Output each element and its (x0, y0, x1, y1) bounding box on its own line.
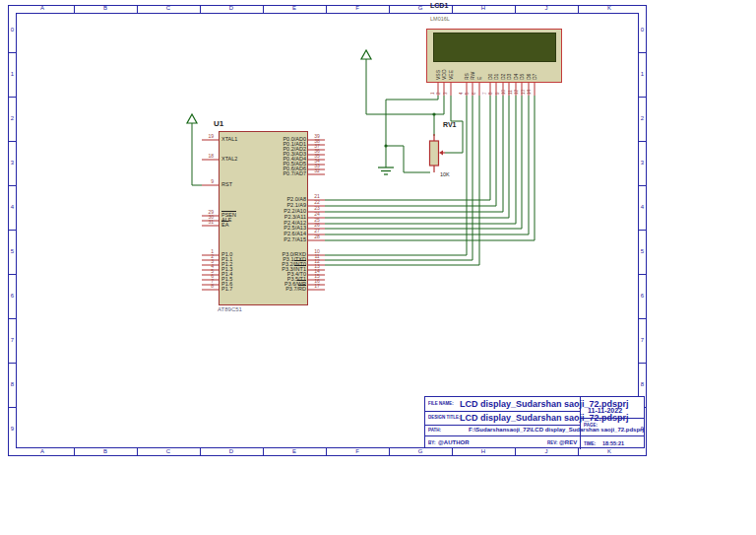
mcu-pin-name: RST (221, 181, 232, 188)
border-row-label-right: 5 (638, 248, 647, 254)
border-row-label-right: 4 (638, 204, 647, 210)
mcu-value[interactable]: AT89C51 (218, 306, 242, 312)
wire[interactable] (325, 96, 503, 212)
lcd-screen (433, 33, 556, 62)
lcd-pin-number: 11 (508, 84, 513, 95)
border-column-label-bottom: H (477, 448, 489, 454)
border-column-label-bottom: D (225, 448, 237, 454)
mcu-ref[interactable]: U1 (214, 119, 223, 128)
wire[interactable] (325, 96, 490, 200)
lcd-pin-label: D5 (519, 59, 525, 80)
border-row-label-left: 0 (8, 27, 17, 33)
lcd-value[interactable]: LM016L (430, 16, 450, 22)
border-row-label-right: 7 (638, 337, 647, 343)
lcd-pin-label: D1 (493, 59, 499, 80)
wire-junction-dot (384, 144, 387, 147)
lcd-pin-label: RW (470, 59, 475, 80)
lcd-pin-label: D7 (532, 59, 537, 80)
lcd-pin-number: 4 (459, 84, 464, 95)
power-terminal-icon[interactable] (361, 50, 371, 59)
wire-junction-dot (432, 112, 435, 115)
file-name-label: FILE NAME: (428, 401, 454, 406)
border-row-label-right: 3 (638, 160, 647, 166)
time-label: TIME: (584, 441, 596, 446)
border-row-label-left: 4 (8, 204, 17, 210)
lcd-pin-number: 12 (514, 84, 519, 95)
border-row-label-right: 1 (638, 71, 647, 77)
lcd-pin-number: 14 (527, 84, 532, 95)
mcu-pin-number: 9 (193, 178, 214, 185)
mcu-pin-number: 17 (308, 283, 326, 290)
mcu-pin-name: XTAL1 (221, 136, 237, 143)
lcd-pin-label: VDD (441, 59, 447, 80)
mcu-pin-number: 31 (193, 219, 214, 226)
border-column-label-bottom: A (36, 448, 48, 454)
lcd-pin-number: 1 (430, 84, 435, 95)
lcd-pin-label: D3 (506, 59, 512, 80)
path-label: PATH: (428, 428, 441, 433)
border-column-label-top: H (477, 5, 489, 11)
border-column-label-bottom: F (351, 448, 363, 454)
wire[interactable] (386, 146, 430, 172)
lcd-pin-number: 5 (465, 84, 470, 95)
border-column-label-bottom: K (603, 448, 615, 454)
lcd-pin-number: 7 (482, 84, 487, 95)
border-row-label-right: 9 (638, 426, 647, 432)
lcd-pin-label: E (476, 59, 482, 80)
border-column-label-top: D (225, 5, 237, 11)
mcu-pin-number: 32 (308, 167, 326, 174)
border-column-label-top: C (162, 5, 174, 11)
pot-ref[interactable]: RV1 (443, 121, 457, 128)
by-value: @AUTHOR (438, 439, 470, 445)
border-column-label-top: F (351, 5, 363, 11)
mcu-pin-name: XTAL2 (221, 156, 237, 163)
border-column-label-bottom: C (162, 448, 174, 454)
border-column-label-bottom: E (288, 448, 300, 454)
wire[interactable] (325, 96, 529, 234)
lcd-pin-number: 13 (521, 84, 526, 95)
border-row-label-left: 6 (8, 293, 17, 299)
lcd-pin-number: 3 (443, 84, 448, 95)
border-row-label-left: 2 (8, 115, 17, 121)
mcu-pin-number: 28 (308, 234, 326, 240)
wire[interactable] (325, 96, 496, 206)
lcd-pin-number: 2 (436, 84, 441, 95)
potentiometer[interactable] (430, 134, 446, 172)
rev-value: @REV (559, 439, 577, 445)
file-name-value: LCD display_Sudarshan saoji_72.pdsprj (460, 399, 629, 409)
design-title-value: LCD display_Sudarshan saoji_72.pdsprj (460, 413, 629, 423)
title-block: FILE NAME: LCD display_Sudarshan saoji_7… (424, 396, 645, 448)
border-column-label-bottom: B (99, 448, 111, 454)
border-column-label-top: E (288, 5, 300, 11)
mcu-pin-name: EA (221, 222, 228, 229)
border-row-label-right: 6 (638, 293, 647, 299)
border-row-label-left: 7 (8, 337, 17, 343)
rev-label: REV: (547, 440, 558, 445)
mcu-pin-number: 18 (193, 153, 214, 160)
lcd-pin-number: 10 (501, 84, 506, 95)
design-title-label: DESIGN TITLE: (428, 415, 461, 420)
border-row-label-left: 8 (8, 381, 17, 387)
border-row-label-right: 0 (638, 27, 647, 33)
mcu-pin-name: P2.7/A15 (237, 236, 306, 243)
border-column-label-top: J (540, 5, 552, 11)
border-row-label-right: 8 (638, 381, 647, 387)
by-label: BY: (428, 440, 435, 445)
mcu-pin-number: 8 (193, 283, 214, 290)
ground-terminal-icon[interactable] (378, 167, 394, 174)
wire[interactable] (325, 96, 522, 229)
border-column-label-top: K (603, 5, 615, 11)
mcu-pin-number: 19 (193, 133, 214, 140)
lcd-ref[interactable]: LCD1 (430, 2, 448, 9)
border-column-label-bottom: G (414, 448, 426, 454)
pot-value[interactable]: 10K (440, 171, 450, 177)
border-row-label-left: 3 (8, 160, 17, 166)
time-value: 18:55:21 (602, 440, 624, 446)
mcu-pin-name: P3.7/RD (237, 286, 306, 293)
schematic-sheet: U1 AT89C51 LCD1 LM016L RV1 10K FILE NAME… (0, 0, 756, 535)
lcd-pin-label: VEE (448, 59, 454, 80)
border-column-label-top: G (414, 5, 426, 11)
mcu-pin-name: P1.7 (221, 286, 232, 293)
border-row-label-left: 9 (8, 426, 17, 432)
power-terminal-icon[interactable] (187, 114, 197, 123)
